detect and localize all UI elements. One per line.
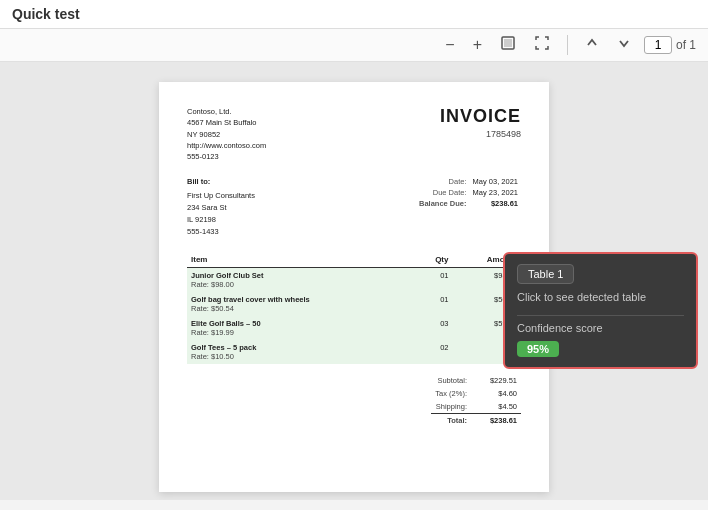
zoom-in-button[interactable]: + [468, 34, 487, 56]
next-page-button[interactable] [612, 34, 636, 56]
zoom-out-button[interactable]: − [440, 34, 459, 56]
invoice-title-block: INVOICE 1785498 [440, 106, 521, 139]
balance-value: $238.61 [470, 198, 521, 209]
bill-to-company: First Up Consultants [187, 190, 255, 202]
page-title: Quick test [12, 6, 80, 22]
company-website: http://www.contoso.com [187, 140, 266, 151]
fullscreen-button[interactable] [529, 33, 555, 57]
table-row: Junior Golf Club SetRate: $98.0001$98.00 [187, 268, 521, 293]
bill-to-block: Bill to: First Up Consultants 234 Sara S… [187, 176, 255, 238]
svg-rect-1 [504, 39, 512, 47]
tax-value: $4.60 [471, 387, 521, 400]
due-value: May 23, 2021 [470, 187, 521, 198]
bill-to-label: Bill to: [187, 176, 255, 188]
company-info: Contoso, Ltd. 4567 Main St Buffalo NY 90… [187, 106, 266, 162]
item-cell: Elite Golf Balls – 50Rate: $19.99 [187, 316, 414, 340]
shipping-label: Shipping: [431, 400, 471, 414]
company-name: Contoso, Ltd. [187, 106, 266, 117]
table-row: Golf bag travel cover with wheelsRate: $… [187, 292, 521, 316]
total-value: $238.61 [471, 414, 521, 428]
date-value: May 03, 2021 [470, 176, 521, 187]
popup-click-text: Click to see detected table [517, 290, 684, 305]
table-row: Golf Tees – 5 packRate: $10.5002$21 [187, 340, 521, 364]
prev-page-button[interactable] [580, 34, 604, 56]
company-phone: 555-0123 [187, 151, 266, 162]
page-navigation: of 1 [644, 36, 696, 54]
invoice-number: 1785498 [440, 129, 521, 139]
invoice-header-row: Contoso, Ltd. 4567 Main St Buffalo NY 90… [187, 106, 521, 162]
invoice-items-table: Item Qty Amount Junior Golf Club SetRate… [187, 252, 521, 364]
table1-button[interactable]: Table 1 [517, 264, 574, 284]
qty-cell: 01 [414, 292, 452, 316]
qty-cell: 01 [414, 268, 452, 293]
confidence-label: Confidence score [517, 322, 684, 334]
page-number-input[interactable] [644, 36, 672, 54]
total-label: Total: [431, 414, 471, 428]
main-content: Contoso, Ltd. 4567 Main St Buffalo NY 90… [0, 62, 708, 500]
page-header: Quick test [0, 0, 708, 29]
item-cell: Junior Golf Club SetRate: $98.00 [187, 268, 414, 293]
bill-to-phone: 555-1433 [187, 226, 255, 238]
shipping-value: $4.50 [471, 400, 521, 414]
table-popup: Table 1 Click to see detected table Conf… [503, 252, 698, 369]
toolbar: − + of 1 [0, 29, 708, 62]
company-address: 4567 Main St Buffalo [187, 117, 266, 128]
page-total: of 1 [676, 38, 696, 52]
toolbar-divider [567, 35, 568, 55]
balance-label: Balance Due: [416, 198, 470, 209]
confidence-badge: 95% [517, 341, 559, 357]
subtotal-value: $229.51 [471, 374, 521, 387]
qty-cell: 02 [414, 340, 452, 364]
col-header-qty: Qty [414, 252, 452, 268]
item-cell: Golf bag travel cover with wheelsRate: $… [187, 292, 414, 316]
totals-section: Subtotal: $229.51 Tax (2%): $4.60 Shippi… [187, 374, 521, 427]
bill-section: Bill to: First Up Consultants 234 Sara S… [187, 176, 521, 238]
date-label: Date: [416, 176, 470, 187]
item-cell: Golf Tees – 5 packRate: $10.50 [187, 340, 414, 364]
table-row: Elite Golf Balls – 50Rate: $19.9903$59.9… [187, 316, 521, 340]
bill-to-address: 234 Sara St [187, 202, 255, 214]
company-city: NY 90852 [187, 129, 266, 140]
popup-divider [517, 315, 684, 316]
invoice-title-text: INVOICE [440, 106, 521, 127]
tax-label: Tax (2%): [431, 387, 471, 400]
subtotal-label: Subtotal: [431, 374, 471, 387]
invoice-document: Contoso, Ltd. 4567 Main St Buffalo NY 90… [159, 82, 549, 492]
totals-table: Subtotal: $229.51 Tax (2%): $4.60 Shippi… [431, 374, 521, 427]
bill-dates: Date: May 03, 2021 Due Date: May 23, 202… [416, 176, 521, 238]
fit-page-button[interactable] [495, 33, 521, 57]
col-header-item: Item [187, 252, 414, 268]
due-label: Due Date: [416, 187, 470, 198]
bill-to-city: IL 92198 [187, 214, 255, 226]
qty-cell: 03 [414, 316, 452, 340]
